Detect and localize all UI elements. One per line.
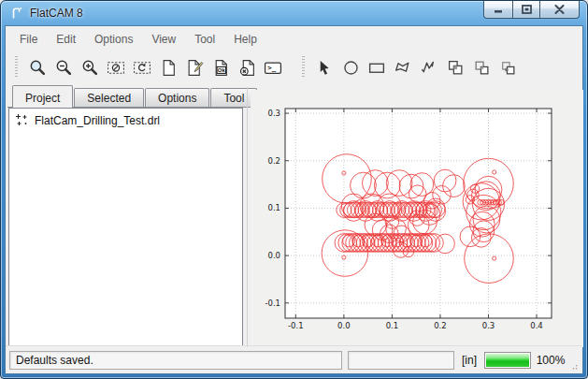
close-button[interactable] bbox=[539, 1, 580, 19]
ok-file-icon: Ok bbox=[212, 59, 230, 77]
progress-percent: 100% bbox=[537, 354, 566, 367]
drill-file-icon bbox=[15, 113, 29, 127]
client-area: File Edit Options View Tool Help bbox=[5, 25, 583, 374]
status-bar: Defaults saved. [in] 100% bbox=[6, 345, 582, 373]
panel-divider[interactable] bbox=[247, 87, 248, 347]
tab-selected[interactable]: Selected bbox=[74, 88, 144, 107]
geo-union-button[interactable] bbox=[442, 55, 468, 80]
zoom-fit-button[interactable] bbox=[24, 55, 50, 80]
menu-file[interactable]: File bbox=[10, 29, 47, 50]
svg-text:0.2: 0.2 bbox=[267, 156, 280, 166]
flatcam-app-icon bbox=[9, 6, 24, 21]
progress-fill bbox=[486, 354, 529, 367]
zoom-out-button[interactable] bbox=[50, 55, 77, 80]
svg-text:0.1: 0.1 bbox=[386, 321, 399, 330]
draw-circle-icon bbox=[342, 59, 360, 77]
zoom-out-icon bbox=[55, 59, 73, 77]
toolbar: Ok >_ bbox=[6, 51, 582, 83]
ok-file-button[interactable]: Ok bbox=[208, 55, 234, 80]
progress-bar bbox=[484, 352, 531, 369]
geo-subtract-icon bbox=[499, 59, 517, 77]
plot-svg[interactable]: -0.10.00.10.20.30.4-0.10.00.10.20.3 bbox=[251, 90, 583, 347]
maximize-icon bbox=[522, 5, 532, 14]
svg-text:0.0: 0.0 bbox=[267, 251, 280, 260]
pointer-icon bbox=[316, 59, 334, 77]
toolbar-grip[interactable] bbox=[15, 56, 18, 79]
svg-text:-0.1: -0.1 bbox=[265, 299, 280, 308]
status-secondary-field bbox=[348, 351, 454, 370]
menu-edit[interactable]: Edit bbox=[47, 29, 85, 50]
status-message: Defaults saved. bbox=[16, 354, 93, 367]
svg-text:Ok: Ok bbox=[217, 66, 225, 72]
new-file-button[interactable] bbox=[155, 55, 181, 80]
app-window: FlatCAM 8 File Edit Options View Tool He… bbox=[0, 0, 588, 379]
caption-buttons bbox=[483, 1, 580, 19]
units-label: [in] bbox=[460, 354, 479, 367]
draw-polyline-button[interactable] bbox=[416, 55, 442, 80]
svg-text:>_: >_ bbox=[267, 64, 276, 72]
minimize-button[interactable] bbox=[483, 1, 512, 19]
svg-text:0.2: 0.2 bbox=[434, 321, 447, 330]
titlebar: FlatCAM 8 bbox=[1, 1, 587, 25]
pointer-tool-button[interactable] bbox=[311, 55, 337, 80]
tree-item-drill-file[interactable]: FlatCam_Drilling_Test.drl bbox=[9, 109, 242, 129]
plot-panel[interactable]: -0.10.00.10.20.30.4-0.10.00.10.20.3 bbox=[251, 90, 583, 347]
svg-text:0.4: 0.4 bbox=[530, 321, 543, 330]
maximize-button[interactable] bbox=[512, 1, 539, 19]
menu-bar: File Edit Options View Tool Help bbox=[6, 27, 582, 51]
draw-polyline-icon bbox=[420, 59, 438, 77]
tab-options[interactable]: Options bbox=[145, 88, 209, 107]
clear-plot-icon bbox=[107, 59, 125, 77]
geo-intersection-button[interactable] bbox=[468, 55, 495, 80]
geo-subtract-button[interactable] bbox=[495, 55, 521, 80]
shell-button[interactable]: >_ bbox=[260, 55, 286, 80]
shell-icon: >_ bbox=[264, 59, 282, 77]
draw-rectangle-icon bbox=[367, 59, 386, 77]
delete-file-button[interactable] bbox=[234, 55, 260, 80]
close-icon bbox=[554, 5, 565, 14]
zoom-in-icon bbox=[81, 59, 99, 77]
delete-file-icon bbox=[238, 59, 256, 77]
zoom-fit-icon bbox=[29, 59, 47, 77]
draw-circle-button[interactable] bbox=[337, 55, 364, 80]
svg-text:0.3: 0.3 bbox=[482, 321, 495, 330]
replot-button[interactable] bbox=[129, 55, 155, 80]
edit-file-button[interactable] bbox=[181, 55, 208, 80]
project-tree-panel[interactable]: FlatCam_Drilling_Test.drl bbox=[8, 108, 243, 346]
zoom-in-button[interactable] bbox=[77, 55, 103, 80]
geo-intersection-icon bbox=[473, 59, 491, 77]
tab-bar: Project Selected Options Tool bbox=[7, 85, 251, 108]
svg-text:0.0: 0.0 bbox=[337, 321, 351, 330]
svg-text:-0.1: -0.1 bbox=[288, 321, 304, 330]
draw-rectangle-button[interactable] bbox=[364, 55, 390, 80]
svg-text:0.3: 0.3 bbox=[267, 109, 280, 118]
new-file-icon bbox=[160, 59, 178, 77]
menu-view[interactable]: View bbox=[142, 29, 185, 50]
window-title: FlatCAM 8 bbox=[30, 7, 83, 20]
menu-options[interactable]: Options bbox=[85, 29, 142, 50]
clear-plot-button[interactable] bbox=[103, 55, 129, 80]
status-message-field: Defaults saved. bbox=[9, 351, 342, 370]
toolbar-grip-2[interactable] bbox=[302, 56, 305, 79]
draw-polygon-icon bbox=[394, 59, 412, 77]
menu-tool[interactable]: Tool bbox=[185, 29, 224, 50]
draw-polygon-button[interactable] bbox=[390, 55, 416, 80]
geo-union-icon bbox=[447, 59, 465, 77]
svg-text:0.1: 0.1 bbox=[267, 203, 280, 212]
menu-help[interactable]: Help bbox=[224, 29, 266, 50]
resize-grip[interactable] bbox=[570, 361, 579, 372]
minimize-icon bbox=[494, 6, 503, 14]
edit-file-icon bbox=[186, 59, 204, 77]
tab-project[interactable]: Project bbox=[12, 85, 73, 108]
replot-icon bbox=[133, 59, 151, 77]
tree-item-label: FlatCam_Drilling_Test.drl bbox=[35, 114, 160, 127]
